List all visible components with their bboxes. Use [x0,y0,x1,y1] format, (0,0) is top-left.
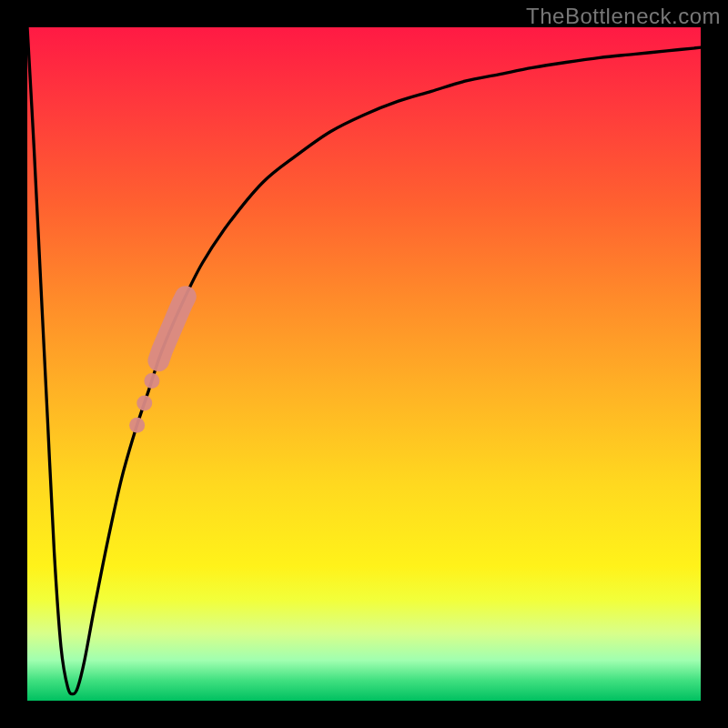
curve-markers [129,297,186,433]
watermark-text: TheBottleneck.com [526,4,721,29]
highlight-dot-3 [129,418,145,433]
curve-svg [27,27,701,701]
chart-frame: TheBottleneck.com [0,0,728,728]
bottleneck-curve [27,27,701,694]
highlight-dot-2 [136,395,152,410]
plot-area [27,27,701,701]
highlight-segment-top [158,297,186,360]
highlight-dot-1 [144,373,159,389]
